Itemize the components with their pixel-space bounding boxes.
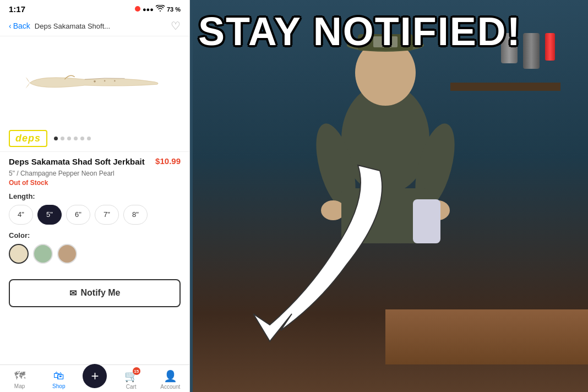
- product-image-area: [0, 36, 189, 130]
- dot-4[interactable]: [74, 137, 78, 140]
- size-7in[interactable]: 7": [95, 205, 119, 225]
- header-title: Deps Sakamata Shoft...: [35, 22, 171, 30]
- nav-shop-label: Shop: [52, 383, 65, 389]
- status-icons: ●●● 73 %: [135, 5, 181, 13]
- length-label: Length:: [9, 192, 181, 200]
- color-swatches: [9, 244, 181, 264]
- product-variant: 5" / Champagne Pepper Neon Pearl: [9, 170, 181, 177]
- battery-icon: 73 %: [167, 6, 181, 13]
- deps-logo: deps: [9, 130, 47, 147]
- notify-me-label: Notify Me: [81, 288, 121, 298]
- status-time: 1:17: [9, 4, 25, 14]
- product-title: Deps Sakamata Shad Soft Jerkbait: [9, 156, 151, 167]
- color-swatch-1[interactable]: [9, 244, 29, 264]
- dot-1[interactable]: [54, 137, 58, 140]
- email-icon: ✉: [69, 288, 77, 298]
- back-button[interactable]: ‹ Back: [9, 21, 30, 30]
- bottom-nav: 🗺 Map 🛍 Shop + 🛒 15 Cart 👤 Account: [0, 364, 190, 392]
- svg-point-12: [104, 80, 106, 82]
- account-icon: 👤: [164, 369, 177, 383]
- dot-5[interactable]: [80, 137, 84, 140]
- wifi-icon: [156, 5, 165, 13]
- add-icon: +: [91, 368, 99, 384]
- color-swatch-3[interactable]: [57, 244, 77, 264]
- nav-cart-label: Cart: [126, 384, 137, 390]
- size-8in[interactable]: 8": [123, 205, 148, 225]
- product-price: $10.99: [155, 156, 181, 166]
- nav-cart[interactable]: 🛒 15 Cart: [116, 369, 146, 390]
- nav-map[interactable]: 🗺 Map: [4, 369, 35, 390]
- notify-me-button[interactable]: ✉ Notify Me: [9, 279, 181, 307]
- phone-mockup: 1:17 ●●● 73 % ‹ Back Deps Sakamata: [0, 0, 190, 392]
- svg-point-11: [94, 80, 96, 83]
- dot-6[interactable]: [87, 137, 91, 140]
- nav-account-label: Account: [160, 384, 180, 390]
- chevron-left-icon: ‹: [9, 21, 12, 30]
- svg-rect-10: [413, 199, 440, 243]
- size-5in[interactable]: 5": [37, 205, 62, 225]
- wishlist-icon[interactable]: ♡: [171, 19, 181, 32]
- nav-account[interactable]: 👤 Account: [155, 369, 186, 390]
- size-options: 4" 5" 6" 7" 8": [9, 205, 181, 225]
- color-swatch-2[interactable]: [33, 244, 53, 264]
- shop-icon: 🛍: [53, 369, 64, 382]
- brand-section: deps: [0, 130, 189, 151]
- product-title-row: Deps Sakamata Shad Soft Jerkbait $10.99: [9, 156, 181, 167]
- main-title: STAY NOTIFIED!: [198, 11, 582, 53]
- size-4in[interactable]: 4": [9, 205, 33, 225]
- color-label: Color:: [9, 231, 181, 239]
- lure-image: [23, 69, 166, 97]
- map-icon: 🗺: [14, 369, 25, 382]
- arrow-graphic: [237, 154, 402, 347]
- nav-add-button[interactable]: +: [83, 364, 107, 388]
- app-header: ‹ Back Deps Sakamata Shoft... ♡: [0, 16, 189, 36]
- signal-icon: ●●●: [143, 6, 154, 13]
- dot-2[interactable]: [61, 137, 64, 140]
- notification-dot: [135, 6, 140, 13]
- cart-badge-container: 🛒 15: [124, 369, 138, 383]
- status-bar: 1:17 ●●● 73 %: [0, 0, 189, 16]
- product-info: Deps Sakamata Shad Soft Jerkbait $10.99 …: [0, 151, 189, 275]
- dot-3[interactable]: [67, 137, 71, 140]
- image-dots-nav: [54, 137, 91, 140]
- nav-shop[interactable]: 🛍 Shop: [43, 369, 74, 390]
- svg-point-13: [114, 80, 116, 82]
- cart-count-badge: 15: [133, 367, 140, 375]
- nav-map-label: Map: [14, 383, 25, 389]
- size-6in[interactable]: 6": [66, 205, 90, 225]
- out-of-stock-label: Out of Stock: [9, 179, 181, 187]
